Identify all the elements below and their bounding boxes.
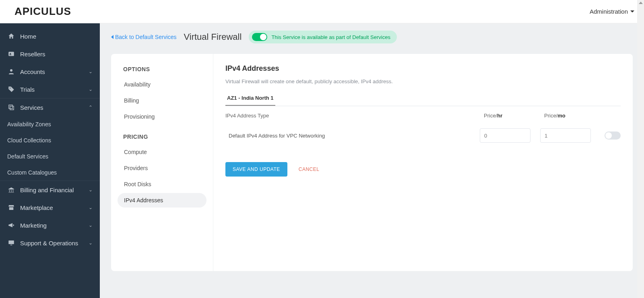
svg-rect-2 bbox=[10, 55, 12, 55]
option-ipv4-addresses[interactable]: IPv4 Addresses bbox=[118, 193, 206, 208]
user-icon bbox=[7, 68, 15, 76]
chevron-down-icon: ⌄ bbox=[89, 187, 93, 193]
pricing-table-header: IPv4 Address Type Price/hr Price/mo bbox=[225, 110, 621, 123]
nav-resellers[interactable]: Resellers bbox=[0, 45, 100, 63]
pricing-row: Default IPv4 Address for VPC Networking bbox=[225, 123, 621, 150]
home-icon bbox=[7, 32, 15, 40]
nav-home-label: Home bbox=[20, 33, 36, 40]
save-and-update-button[interactable]: SAVE AND UPDATE bbox=[225, 162, 287, 177]
cancel-button[interactable]: CANCEL bbox=[299, 166, 320, 172]
administration-menu[interactable]: Administration bbox=[590, 8, 634, 15]
section-title: IPv4 Addresses bbox=[225, 64, 621, 73]
service-toggle[interactable] bbox=[252, 33, 267, 41]
administration-label: Administration bbox=[590, 8, 628, 15]
col-price-mo: Price/mo bbox=[540, 113, 601, 119]
nav-services[interactable]: Services ⌃ bbox=[0, 99, 100, 116]
section-description: Virtual Firewall will create one default… bbox=[225, 78, 621, 84]
nav-marketplace[interactable]: Marketplace ⌄ bbox=[0, 199, 100, 216]
option-provisioning[interactable]: Provisioning bbox=[118, 109, 206, 124]
nav-cloud-collections[interactable]: Cloud Collections bbox=[0, 132, 100, 148]
content-area: Back to Default Services Virtual Firewal… bbox=[100, 23, 644, 298]
nav-custom-catalogues-label: Custom Catalogues bbox=[7, 169, 57, 176]
svg-rect-7 bbox=[8, 240, 14, 244]
store-icon bbox=[7, 203, 15, 212]
nav-accounts[interactable]: Accounts ⌄ bbox=[0, 63, 100, 80]
nav-marketing-label: Marketing bbox=[20, 222, 47, 229]
tag-icon bbox=[7, 85, 15, 93]
chevron-down-icon: ⌄ bbox=[89, 205, 93, 210]
chevron-down-icon bbox=[630, 10, 634, 12]
option-root-disks[interactable]: Root Disks bbox=[118, 177, 206, 191]
vertical-scrollbar[interactable] bbox=[637, 0, 644, 298]
svg-point-4 bbox=[10, 88, 10, 88]
options-heading: OPTIONS bbox=[118, 64, 206, 77]
layers-icon bbox=[7, 103, 15, 111]
nav-trials-label: Trials bbox=[20, 86, 35, 93]
option-billing[interactable]: Billing bbox=[118, 93, 206, 108]
options-sidebar: OPTIONS Availability Billing Provisionin… bbox=[111, 54, 213, 271]
chevron-left-icon bbox=[111, 35, 114, 39]
topbar: APICULUS Administration bbox=[0, 0, 644, 23]
svg-point-1 bbox=[10, 53, 11, 54]
price-per-hour-input[interactable] bbox=[480, 128, 530, 143]
svg-rect-8 bbox=[10, 245, 12, 246]
service-availability-badge: This Service is available as part of Def… bbox=[249, 31, 397, 43]
id-card-icon bbox=[7, 50, 15, 58]
nav-cloud-collections-label: Cloud Collections bbox=[7, 137, 51, 144]
chevron-down-icon: ⌄ bbox=[89, 222, 93, 228]
svg-point-3 bbox=[10, 69, 12, 72]
row-label: Default IPv4 Address for VPC Networking bbox=[225, 133, 480, 139]
chevron-up-icon: ⌃ bbox=[89, 105, 93, 110]
nav-marketing[interactable]: Marketing ⌄ bbox=[0, 216, 100, 234]
nav-trials[interactable]: Trials ⌄ bbox=[0, 80, 100, 98]
chevron-down-icon: ⌄ bbox=[89, 69, 93, 74]
page-title: Virtual Firewall bbox=[184, 32, 242, 42]
nav-home[interactable]: Home bbox=[0, 27, 100, 45]
zone-tabs: AZ1 - India North 1 bbox=[225, 92, 621, 106]
row-enable-toggle[interactable] bbox=[605, 132, 621, 140]
svg-rect-5 bbox=[9, 105, 12, 109]
back-link-label: Back to Default Services bbox=[115, 34, 177, 40]
pricing-heading: PRICING bbox=[118, 131, 206, 145]
settings-card: OPTIONS Availability Billing Provisionin… bbox=[111, 54, 633, 271]
nav-resellers-label: Resellers bbox=[20, 51, 45, 58]
chevron-down-icon: ⌄ bbox=[89, 86, 93, 92]
nav-accounts-label: Accounts bbox=[20, 68, 45, 75]
nav-billing-label: Billing and Financial bbox=[20, 187, 74, 193]
page-header: Back to Default Services Virtual Firewal… bbox=[100, 23, 644, 47]
megaphone-icon bbox=[7, 221, 15, 229]
form-actions: SAVE AND UPDATE CANCEL bbox=[225, 162, 621, 177]
col-price-hr: Price/hr bbox=[480, 113, 540, 119]
nav-default-services[interactable]: Default Services bbox=[0, 148, 100, 164]
chevron-down-icon: ⌄ bbox=[89, 240, 93, 246]
col-address-type: IPv4 Address Type bbox=[225, 113, 480, 119]
option-availability[interactable]: Availability bbox=[118, 77, 206, 92]
option-compute[interactable]: Compute bbox=[118, 145, 206, 159]
monitor-icon bbox=[7, 239, 15, 247]
main-panel: IPv4 Addresses Virtual Firewall will cre… bbox=[213, 54, 633, 271]
scroll-up-arrow-icon bbox=[639, 2, 643, 4]
nav-services-label: Services bbox=[20, 104, 43, 111]
service-badge-text: This Service is available as part of Def… bbox=[271, 34, 390, 40]
nav-custom-catalogues[interactable]: Custom Catalogues bbox=[0, 164, 100, 181]
sidebar: Home Resellers Accounts ⌄ Trials ⌄ bbox=[0, 23, 100, 298]
nav-support-label: Support & Operations bbox=[20, 240, 78, 247]
nav-support-ops[interactable]: Support & Operations ⌄ bbox=[0, 234, 100, 252]
option-providers[interactable]: Providers bbox=[118, 161, 206, 175]
back-to-default-services-link[interactable]: Back to Default Services bbox=[111, 34, 177, 40]
nav-marketplace-label: Marketplace bbox=[20, 204, 53, 211]
nav-availability-zones[interactable]: Availability Zones bbox=[0, 116, 100, 132]
price-per-month-input[interactable] bbox=[540, 128, 591, 143]
zone-tab-az1[interactable]: AZ1 - India North 1 bbox=[225, 92, 275, 106]
nav-default-services-label: Default Services bbox=[7, 153, 48, 160]
brand-logo: APICULUS bbox=[14, 5, 71, 18]
svg-rect-6 bbox=[10, 106, 14, 110]
nav-billing-financial[interactable]: Billing and Financial ⌄ bbox=[0, 181, 100, 199]
nav-availability-zones-label: Availability Zones bbox=[7, 121, 51, 127]
bank-icon bbox=[7, 186, 15, 194]
svg-rect-0 bbox=[8, 52, 14, 56]
